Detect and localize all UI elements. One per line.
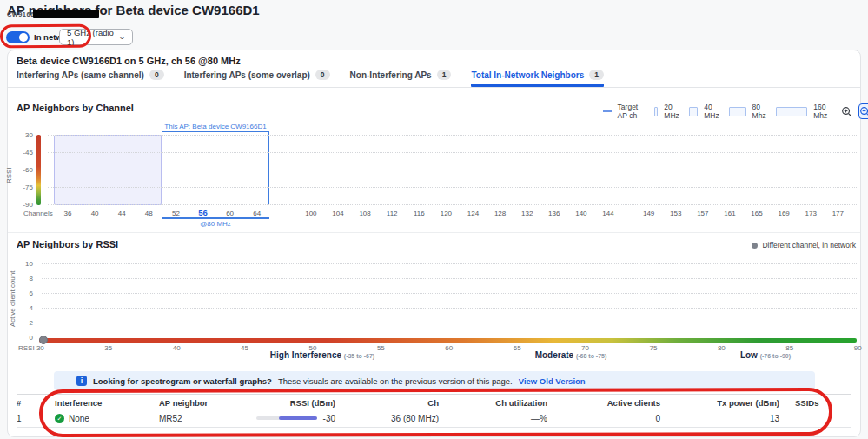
tab-label: Total In-Network Neighbors	[471, 70, 584, 80]
this-ap-label: This AP: Beta device CW9166D1	[146, 123, 285, 130]
neighbor-point-mr52[interactable]	[39, 336, 48, 344]
table-border	[17, 394, 851, 395]
radio-band-select[interactable]: 5 GHz (radio 1) ⌄	[59, 29, 133, 45]
gridline	[48, 170, 858, 170]
chevron-down-icon: ⌄	[118, 33, 126, 41]
rssi-chart-x-axis-label: RSSI	[18, 344, 35, 352]
swatch-20mhz	[654, 107, 658, 116]
tab-interfering-same-channel[interactable]: Interfering APs (same channel) 0	[17, 70, 164, 87]
cell-active-clients: 0	[573, 414, 660, 423]
channel-tick: 173	[805, 210, 817, 217]
channel-tick: 136	[548, 210, 560, 217]
legend-160mhz-label: 160 Mhz	[813, 103, 834, 120]
col-header-active-clients: Active clients	[573, 398, 660, 408]
cell-ap-neighbor: MR52	[159, 414, 182, 423]
tab-count-badge: 0	[149, 70, 164, 80]
toggle-knob	[19, 33, 28, 42]
channel-tick: 149	[643, 210, 654, 217]
y-axis-tick: 0	[9, 334, 33, 342]
gridline	[48, 135, 858, 136]
channel-tick: 104	[332, 210, 343, 217]
channel-tick: 144	[602, 210, 613, 217]
channel-chart-title: AP Neighbors by Channel	[17, 103, 134, 113]
gridline	[42, 323, 857, 323]
channel-tick: 157	[697, 210, 708, 217]
channel-tick: 177	[832, 210, 844, 217]
table-border	[17, 427, 851, 428]
channel-tick: 108	[359, 210, 370, 217]
legend-40mhz-label: 40 MHz	[704, 103, 723, 120]
col-header-ch-utilization: Ch utilization	[461, 398, 547, 408]
channel-tick: 169	[778, 210, 789, 217]
banner-question: Looking for spectrogram or waterfall gra…	[93, 376, 272, 386]
cell-num: 1	[17, 414, 22, 423]
channel-chart-legend: Target AP ch 20 MHz 40 MHz 80 Mhz 160 Mh…	[603, 103, 868, 119]
y-axis-tick: -60	[9, 166, 33, 174]
tab-total-in-network[interactable]: Total In-Network Neighbors 1	[471, 70, 604, 87]
channel-tick: 165	[751, 210, 762, 217]
channel-chart: RSSI This AP: Beta device CW9166D1 @80 M…	[0, 123, 868, 230]
channel-tick: 112	[387, 210, 398, 217]
channel-tick: 161	[724, 210, 735, 217]
magnifier-minus-icon	[859, 106, 868, 117]
col-header-tx-power: Tx power (dBm)	[692, 398, 779, 408]
divider	[8, 232, 860, 233]
channel-chart-x-axis-label: Channels	[23, 210, 53, 217]
zoom-in-button[interactable]	[840, 103, 851, 119]
y-axis-tick: -75	[9, 183, 33, 191]
rssi-tick: -60	[443, 344, 454, 352]
this-ap-channel-region[interactable]	[162, 131, 269, 205]
rssi-tick: -75	[647, 344, 658, 352]
zone-high-interference: High Interference (-35 to -67)	[270, 350, 374, 360]
tab-count-badge: 1	[589, 70, 604, 80]
gridline	[42, 263, 857, 264]
neighbor-tabs: Interfering APs (same channel) 0 Interfe…	[17, 70, 604, 87]
view-old-version-link[interactable]: View Old Version	[519, 376, 586, 386]
col-header-num: #	[17, 398, 21, 408]
y-axis-tick: 2	[9, 319, 33, 327]
channel-tick: 64	[253, 210, 261, 217]
y-axis-tick: -30	[9, 131, 33, 139]
magnifier-plus-icon	[841, 106, 852, 117]
y-axis-tick: 4	[9, 304, 33, 312]
gridline	[48, 204, 858, 205]
card-subtitle: Beta device CW9166D1 on 5 GHz, ch 56 @80…	[17, 56, 241, 66]
channel-tick: 153	[670, 210, 681, 217]
cell-rssi: -30	[292, 414, 335, 423]
channel-tick: 44	[118, 210, 126, 217]
channel-tick: 48	[145, 210, 153, 217]
col-header-ch: Ch	[378, 398, 439, 408]
rssi-tick: -80	[715, 344, 726, 352]
rssi-tick: -65	[511, 344, 521, 352]
rssi-tick: -35	[103, 344, 113, 352]
channel-tick: 100	[305, 210, 316, 217]
zoom-out-button[interactable]	[858, 103, 868, 119]
rssi-chart-title: AP Neighbors by RSSI	[17, 239, 118, 249]
swatch-160mhz	[776, 107, 807, 116]
cell-interference: None	[69, 414, 89, 423]
channel-tick: 60	[226, 210, 234, 217]
swatch-40mhz	[689, 107, 698, 116]
cell-tx-power: 13	[692, 414, 779, 423]
gridline	[48, 187, 858, 188]
gridline	[42, 278, 857, 279]
tab-label: Interfering APs (same channel)	[17, 70, 144, 80]
zone-low: Low (-76 to -90)	[740, 350, 791, 360]
col-header-ap-neighbor: AP neighbor	[159, 398, 208, 408]
target-ap-line-swatch	[603, 110, 612, 112]
gridline	[42, 308, 857, 309]
channel-tick: 40	[91, 210, 99, 217]
col-header-ssids: SSIDs	[795, 398, 818, 408]
ap-neighbors-page: AP neighbors for Beta device CW9166D1 CW…	[0, 0, 868, 439]
in-network-toggle[interactable]	[6, 31, 30, 43]
zone-range: (-35 to -67)	[344, 353, 374, 359]
rssi-chart-legend: Different channel, in network	[752, 241, 856, 249]
no-interference-check-icon: ✓	[55, 414, 64, 423]
tab-interfering-some-overlap[interactable]: Interfering APs (some overlap) 0	[184, 70, 330, 87]
this-ap-width-underline	[162, 217, 269, 219]
this-ap-width-label: @80 MHz	[162, 220, 269, 228]
tab-non-interfering[interactable]: Non-Interfering APs 1	[350, 70, 452, 87]
gridline	[48, 152, 858, 153]
zone-range: (-68 to -75)	[576, 353, 606, 359]
channel-tick: 52	[172, 210, 180, 217]
